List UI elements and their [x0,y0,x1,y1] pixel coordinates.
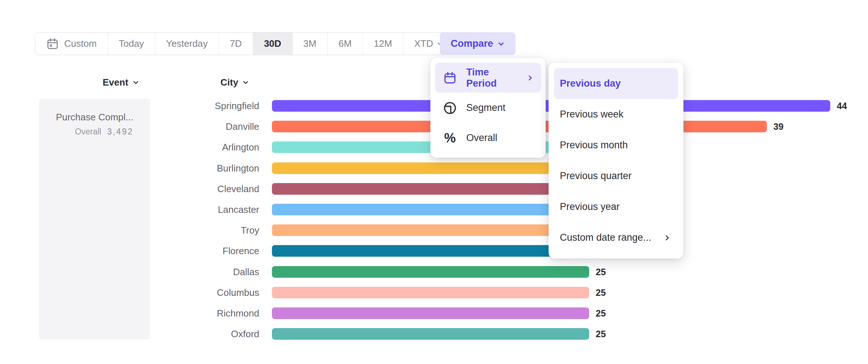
chevron-down-icon [242,79,249,86]
category-label: Columbus [0,287,259,298]
menu-item-label: Time Period [466,67,517,89]
category-label: Lancaster [0,204,259,215]
category-label: Cleveland [0,183,259,195]
value-label: 25 [596,328,606,340]
submenu-item-previous-year[interactable]: Previous year [554,191,678,222]
bar[interactable] [272,328,589,340]
bar[interactable] [272,287,589,298]
compare-menu: Time Period Segment % Overall [430,58,546,158]
chart-row: Columbus 25 [0,287,868,298]
category-label: Burlington [0,162,259,174]
menu-item-label: Overall [466,132,497,144]
category-label: Danville [0,121,259,132]
category-label: Dallas [0,266,259,278]
calendar-icon [443,71,457,85]
submenu-item-custom-date-range[interactable]: Custom date range... [554,222,678,253]
menu-item-segment[interactable]: Segment [435,93,541,123]
submenu-item-previous-day[interactable]: Previous day [554,68,678,99]
value-label: 25 [596,266,606,278]
category-label: Oxford [0,328,259,340]
value-label: 25 [596,287,606,298]
category-label: Arlington [0,141,259,153]
chart-row: Burlington [0,162,868,174]
chart-row: Dallas 25 [0,266,868,278]
bar[interactable] [272,266,589,278]
percent-icon: % [443,131,457,145]
city-header-label: City [220,77,238,88]
time-period-submenu: Previous day Previous week Previous mont… [549,63,683,258]
chart-row: Lancaster [0,204,868,215]
submenu-item-label: Previous year [560,201,620,212]
submenu-item-label: Previous week [560,109,624,120]
value-label: 39 [773,121,784,132]
category-label: Florence [0,245,259,257]
bar[interactable] [272,307,589,319]
chevron-right-icon [526,74,534,82]
submenu-item-label: Custom date range... [560,232,651,243]
chart-row: Florence [0,245,868,257]
submenu-item-previous-month[interactable]: Previous month [554,130,678,161]
bar-chart: City Springfield 44 Danville 39 Arlingto… [0,0,868,364]
category-label: Troy [0,224,259,236]
submenu-item-previous-quarter[interactable]: Previous quarter [554,161,678,191]
category-label: Springfield [0,100,259,112]
submenu-item-label: Previous day [560,78,621,89]
category-label: Richmond [0,307,259,319]
chart-row: Troy [0,224,868,236]
menu-item-label: Segment [466,102,505,113]
value-label: 44 [837,100,847,112]
city-column-header[interactable]: City [220,77,249,88]
chart-row: Richmond 25 [0,307,868,319]
chevron-right-icon [664,234,671,241]
segment-icon [443,101,457,115]
chart-row: Oxford 25 [0,328,868,340]
value-label: 25 [596,307,606,319]
chart-row: Cleveland [0,183,868,195]
menu-item-overall[interactable]: % Overall [435,123,541,153]
submenu-item-previous-week[interactable]: Previous week [554,99,678,130]
menu-item-time-period[interactable]: Time Period [435,63,541,93]
submenu-item-label: Previous month [560,140,628,151]
submenu-item-label: Previous quarter [560,170,632,182]
